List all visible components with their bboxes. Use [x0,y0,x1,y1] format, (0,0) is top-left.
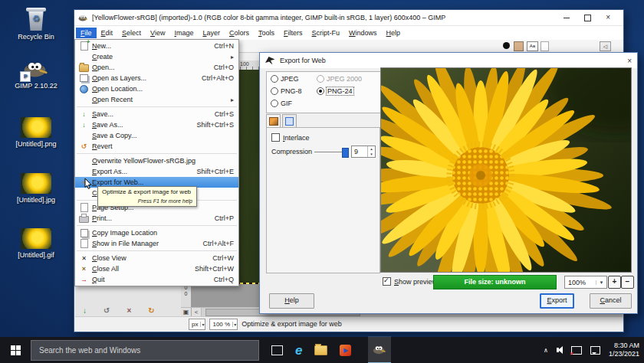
radio-png8[interactable]: PNG-8 [271,87,317,95]
menu-item-close-all[interactable]: × Close All Shift+Ctrl+W [75,263,238,274]
radio-gif[interactable]: GIF [271,100,317,107]
menu-item-close-view[interactable]: ✕ Close View Ctrl+W [75,253,238,263]
volume-icon[interactable] [557,346,563,354]
font-badge[interactable]: Aa [527,41,538,51]
desktop-icon-recycle-bin[interactable]: ♻ Recycle Bin [3,8,69,41]
zoom-in-button[interactable]: + [608,276,621,289]
taskbar-gimp-active-icon[interactable] [368,336,391,363]
menu-item-open-location[interactable]: Open Location... [75,83,238,94]
maximize-button[interactable] [584,15,591,21]
dialog-title-bar[interactable]: Export for Web × [260,53,637,68]
menu-item-save-a-copy[interactable]: Save a Copy... [75,130,238,141]
menu-layer[interactable]: Layer [198,28,225,38]
tab-crop[interactable] [282,114,297,128]
compression-slider-handle[interactable] [342,148,349,158]
desktop-icon-label: GIMP 2.10.22 [3,82,69,90]
background-color-swatch[interactable] [514,41,524,51]
menu-item-show-in-file-manager[interactable]: Show in File Manager Ctrl+Alt+F [75,238,238,249]
compression-option: Compression 9 ▴▾ [271,146,376,158]
edge-browser-icon[interactable]: e [295,344,302,357]
unit-select[interactable]: px▾ [189,319,205,330]
show-preview-checkbox[interactable] [383,277,391,286]
taskbar-clock[interactable]: 8:30 AM 1/23/2021 [609,342,639,358]
compression-slider[interactable] [314,152,348,152]
desktop-icon-untitled-gif[interactable]: [Untitled].gif [3,228,69,259]
desktop-icon-untitled-png[interactable]: [Untitled].png [3,117,69,148]
menu-view[interactable]: View [146,28,169,38]
start-button[interactable] [0,337,31,363]
save-tool-options-icon[interactable]: ↓ [83,306,87,315]
desktop-icon-untitled-jpg[interactable]: [Untitled].jpg [3,173,69,204]
export-button[interactable]: Export [540,293,574,309]
zoom-select[interactable]: 100 %▾ [209,319,238,330]
chevron-down-icon[interactable]: ▼ [596,280,606,285]
menu-item-save[interactable]: ↓ Save... Ctrl+S [75,109,238,119]
spin-arrows-icon[interactable]: ▴▾ [367,146,375,157]
menu-item-print[interactable]: Print... Ctrl+P [75,213,238,224]
menu-script-fu[interactable]: Script-Fu [307,28,345,38]
menu-file[interactable]: File [76,28,97,38]
foreground-color-swatch[interactable] [503,42,510,49]
search-placeholder: Search the web and Windows [39,346,140,355]
restore-tool-options-icon[interactable]: ↺ [104,306,110,315]
tab-image-options[interactable] [266,114,281,128]
menu-item-open[interactable]: Open... Ctrl+O [75,62,238,73]
horizontal-ruler-label: 100 [240,61,249,67]
printer-icon [78,214,90,223]
quit-icon: → [78,275,90,284]
globe-icon [78,84,90,93]
menu-item-overwrite[interactable]: Overwrite YellowFlower-sRGB.jpg [75,155,238,166]
radio-png24[interactable]: PNG-24 [317,87,383,95]
menu-item-new[interactable]: New... Ctrl+N [75,41,238,51]
dialog-close-icon[interactable]: × [627,57,632,65]
menu-item-create[interactable]: Create ▸ [75,51,238,62]
menu-item-copy-image-location[interactable]: Copy Image Location [75,227,238,238]
menu-select[interactable]: Select [117,28,146,38]
menu-item-quit[interactable]: → Quit Ctrl+Q [75,274,238,285]
menu-image[interactable]: Image [169,28,198,38]
page-setup-icon [78,203,90,212]
taskbar-search-input[interactable]: Search the web and Windows [31,340,259,361]
tray-expand-icon[interactable]: ∧ [544,347,548,354]
taskbar: Search the web and Windows e ▶ ∧ 8:30 AM… [0,337,644,363]
radio-jpeg[interactable]: JPEG [271,75,317,83]
interlace-checkbox[interactable] [271,133,280,142]
title-bar[interactable]: [YellowFlower-sRGB] (imported)-1.0 (RGB … [74,10,623,26]
delete-tool-options-icon[interactable]: × [127,306,131,315]
dock-collapse-icon[interactable]: ◁ [600,41,611,51]
menu-windows[interactable]: Windows [344,28,382,38]
show-preview-option[interactable]: Show preview [383,277,437,286]
media-app-icon[interactable]: ▶ [340,345,351,356]
cancel-button[interactable]: Cancel [590,293,632,309]
desktop-icon-gimp[interactable]: P GIMP 2.10.22 [3,58,69,90]
network-disconnected-icon[interactable] [571,346,582,355]
menu-item-open-recent[interactable]: Open Recent ▸ [75,94,238,105]
minimize-button[interactable] [564,17,570,18]
menu-item-open-as-layers[interactable]: Open as Layers... Ctrl+Alt+O [75,73,238,83]
save-icon: ↓ [78,110,90,119]
reset-tool-options-icon[interactable]: ↻ [148,306,154,315]
menu-filters[interactable]: Filters [279,28,307,38]
save-as-icon: ↓ [78,120,90,129]
menu-help[interactable]: Help [382,28,406,38]
menu-item-revert[interactable]: ↺ Revert [75,141,238,152]
zoom-out-button[interactable]: − [621,276,634,289]
interlace-option[interactable]: Interlace [271,133,310,142]
page-swatch-icon[interactable] [540,41,549,51]
submenu-arrow-icon: ▸ [231,54,234,60]
notifications-icon[interactable] [590,346,600,355]
task-view-icon[interactable] [271,345,283,355]
menu-item-save-as[interactable]: ↓ Save As... Shift+Ctrl+S [75,119,238,130]
help-button[interactable]: Help [269,293,314,309]
close-button[interactable]: × [606,14,610,21]
image-preview[interactable] [380,67,632,273]
menu-item-export-as[interactable]: Export As... Shift+Ctrl+E [75,166,238,177]
dialog-title: Export for Web [280,57,326,64]
menu-colors[interactable]: Colors [225,28,254,38]
file-explorer-icon[interactable] [314,345,327,355]
menu-edit[interactable]: Edit [97,28,118,38]
menu-tools[interactable]: Tools [254,28,279,38]
compression-spinbox[interactable]: 9 ▴▾ [351,146,376,158]
close-all-icon: × [78,264,90,273]
preview-zoom-select[interactable]: 100% ▼ [564,276,607,289]
